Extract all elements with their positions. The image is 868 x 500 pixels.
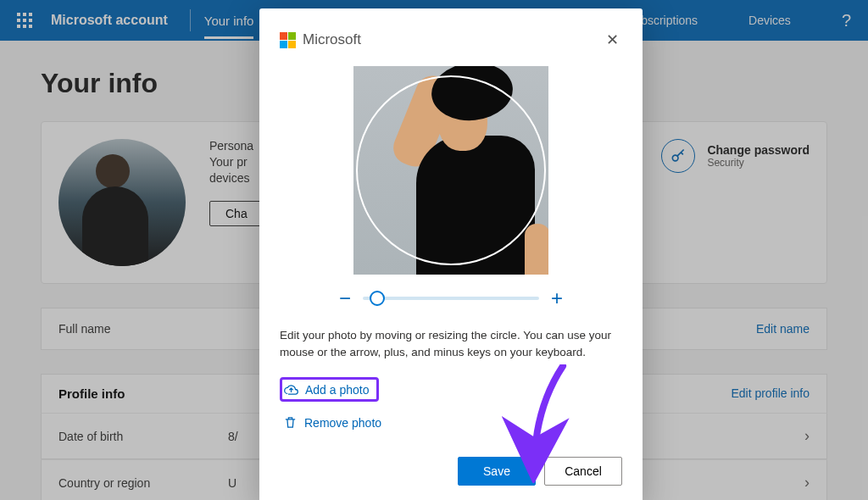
remove-photo-button[interactable]: Remove photo	[280, 410, 385, 435]
close-icon[interactable]: ✕	[603, 27, 622, 53]
modal-brand: Microsoft	[303, 31, 361, 48]
save-button[interactable]: Save	[458, 457, 536, 486]
remove-photo-label: Remove photo	[304, 416, 381, 430]
photo-crop-preview[interactable]	[353, 66, 548, 275]
edit-photo-modal: Microsoft ✕ − + Edit your photo by movin…	[259, 8, 643, 500]
trash-icon	[283, 415, 298, 430]
zoom-out-button[interactable]: −	[339, 288, 351, 308]
microsoft-logo-icon	[280, 32, 296, 48]
zoom-slider-track[interactable]	[363, 297, 539, 300]
zoom-control: − +	[280, 288, 622, 308]
cancel-button[interactable]: Cancel	[544, 457, 622, 486]
modal-description: Edit your photo by moving or resizing th…	[280, 327, 622, 360]
cloud-upload-icon	[284, 382, 298, 397]
add-a-photo-label: Add a photo	[305, 383, 370, 397]
zoom-in-button[interactable]: +	[551, 288, 563, 308]
zoom-slider-thumb[interactable]	[370, 291, 385, 306]
add-a-photo-button[interactable]: Add a photo	[280, 377, 379, 402]
